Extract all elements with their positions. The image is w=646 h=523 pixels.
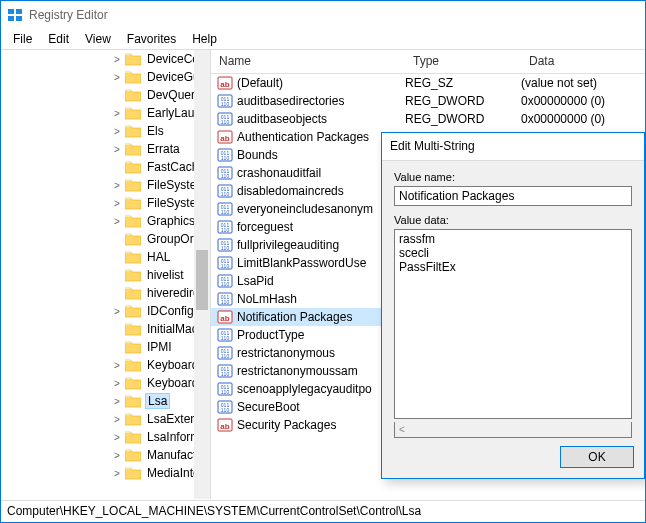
tree-item[interactable]: InitialMach (1, 320, 198, 338)
string-value-icon (217, 75, 233, 91)
chevron-right-icon[interactable]: > (111, 125, 123, 137)
chevron-right-icon[interactable]: > (111, 179, 123, 191)
menubar: File Edit View Favorites Help (1, 29, 645, 49)
tree-item[interactable]: >EarlyLaun (1, 104, 198, 122)
chevron-right-icon[interactable]: > (111, 467, 123, 479)
chevron-right-icon[interactable] (111, 269, 123, 281)
binary-value-icon (217, 201, 233, 217)
folder-icon (125, 394, 141, 408)
chevron-right-icon[interactable]: > (111, 431, 123, 443)
menu-edit[interactable]: Edit (40, 30, 77, 48)
ok-button[interactable]: OK (560, 446, 634, 468)
column-type[interactable]: Type (405, 50, 521, 73)
tree-item[interactable]: FastCache (1, 158, 198, 176)
column-name[interactable]: Name (211, 50, 405, 73)
folder-icon (125, 466, 141, 480)
tree-item-label: hivelist (145, 268, 186, 282)
tree-item-label: IPMI (145, 340, 174, 354)
chevron-right-icon[interactable] (111, 251, 123, 263)
column-data[interactable]: Data (521, 50, 645, 73)
folder-icon (125, 88, 141, 102)
tree-item[interactable]: >Els (1, 122, 198, 140)
list-row[interactable]: auditbaseobjectsREG_DWORD0x00000000 (0) (211, 110, 645, 128)
chevron-right-icon[interactable]: > (111, 71, 123, 83)
chevron-right-icon[interactable]: > (111, 377, 123, 389)
folder-icon (125, 178, 141, 192)
tree-item[interactable]: >FileSystem (1, 194, 198, 212)
value-data-input[interactable] (394, 229, 632, 419)
value-data: (value not set) (521, 76, 645, 90)
folder-icon (125, 70, 141, 84)
binary-value-icon (217, 237, 233, 253)
chevron-right-icon[interactable]: > (111, 197, 123, 209)
value-name: crashonauditfail (237, 166, 405, 180)
titlebar: Registry Editor (1, 1, 645, 29)
tree-item[interactable]: >LsaInforma (1, 428, 198, 446)
tree-item[interactable]: >GraphicsDr (1, 212, 198, 230)
list-row[interactable]: auditbasedirectoriesREG_DWORD0x00000000 … (211, 92, 645, 110)
binary-value-icon (217, 93, 233, 109)
chevron-right-icon[interactable] (111, 341, 123, 353)
chevron-right-icon[interactable]: > (111, 107, 123, 119)
tree-item[interactable]: hiveredirec (1, 284, 198, 302)
tree-item[interactable]: >Errata (1, 140, 198, 158)
chevron-right-icon[interactable]: > (111, 359, 123, 371)
chevron-right-icon[interactable] (111, 323, 123, 335)
value-name: Notification Packages (237, 310, 405, 324)
value-name: restrictanonymoussam (237, 364, 405, 378)
tree-item[interactable]: >IDConfigDI (1, 302, 198, 320)
value-data: 0x00000000 (0) (521, 94, 645, 108)
value-name: disabledomaincreds (237, 184, 405, 198)
tree-item[interactable]: DevQuery (1, 86, 198, 104)
value-name: SecureBoot (237, 400, 405, 414)
chevron-right-icon[interactable] (111, 233, 123, 245)
list-row[interactable]: (Default)REG_SZ(value not set) (211, 74, 645, 92)
value-name-input[interactable] (394, 186, 632, 206)
binary-value-icon (217, 327, 233, 343)
tree-item[interactable]: >FileSystem (1, 176, 198, 194)
folder-icon (125, 160, 141, 174)
chevron-right-icon[interactable]: > (111, 413, 123, 425)
tree-scrollbar[interactable] (194, 50, 210, 499)
tree-item[interactable]: IPMI (1, 338, 198, 356)
chevron-right-icon[interactable] (111, 161, 123, 173)
folder-icon (125, 124, 141, 138)
chevron-right-icon[interactable]: > (111, 305, 123, 317)
chevron-right-icon[interactable]: > (111, 143, 123, 155)
chevron-right-icon[interactable] (111, 287, 123, 299)
menu-help[interactable]: Help (184, 30, 225, 48)
value-name: auditbaseobjects (237, 112, 405, 126)
binary-value-icon (217, 363, 233, 379)
menu-favorites[interactable]: Favorites (119, 30, 184, 48)
menu-file[interactable]: File (5, 30, 40, 48)
binary-value-icon (217, 147, 233, 163)
chevron-right-icon[interactable] (111, 89, 123, 101)
value-name: Bounds (237, 148, 405, 162)
tree-item[interactable]: >Manufactu (1, 446, 198, 464)
statusbar: Computer\HKEY_LOCAL_MACHINE\SYSTEM\Curre… (1, 500, 645, 522)
tree-item[interactable]: >Lsa (1, 392, 198, 410)
folder-icon (125, 376, 141, 390)
value-name: LimitBlankPasswordUse (237, 256, 405, 270)
chevron-right-icon[interactable]: > (111, 449, 123, 461)
value-name: Security Packages (237, 418, 405, 432)
tree-item[interactable]: >MediaInter (1, 464, 198, 482)
tree-item[interactable]: >LsaExtensi (1, 410, 198, 428)
tree-item[interactable]: >Keyboard L (1, 356, 198, 374)
menu-view[interactable]: View (77, 30, 119, 48)
tree-item[interactable]: >DeviceGua (1, 68, 198, 86)
tree-item[interactable]: >Keyboard L (1, 374, 198, 392)
value-name: scenoapplylegacyauditpo (237, 382, 405, 396)
dialog-hscroll[interactable]: < (394, 422, 632, 438)
tree-item[interactable]: GroupOrde (1, 230, 198, 248)
tree-item[interactable]: hivelist (1, 266, 198, 284)
window-title: Registry Editor (29, 8, 108, 22)
value-type: REG_DWORD (405, 94, 521, 108)
chevron-right-icon[interactable]: > (111, 53, 123, 65)
chevron-right-icon[interactable]: > (111, 395, 123, 407)
chevron-right-icon[interactable]: > (111, 215, 123, 227)
tree-item[interactable]: HAL (1, 248, 198, 266)
tree-item[interactable]: >DeviceCon (1, 50, 198, 68)
value-name: restrictanonymous (237, 346, 405, 360)
string-value-icon (217, 129, 233, 145)
